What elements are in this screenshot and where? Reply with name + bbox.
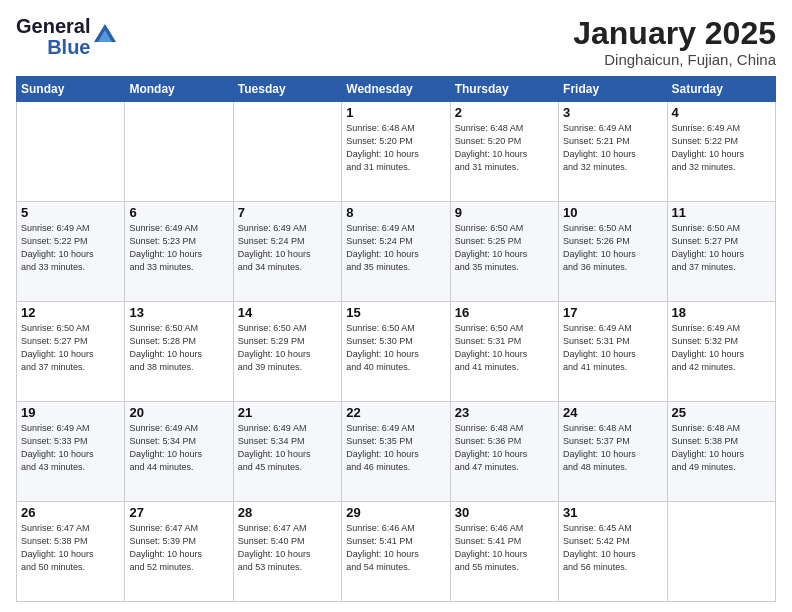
day-info: Sunrise: 6:50 AM Sunset: 5:27 PM Dayligh… — [21, 322, 120, 374]
week-row-3: 12Sunrise: 6:50 AM Sunset: 5:27 PM Dayli… — [17, 302, 776, 402]
day-cell: 1Sunrise: 6:48 AM Sunset: 5:20 PM Daylig… — [342, 102, 450, 202]
day-number: 21 — [238, 405, 337, 420]
col-header-saturday: Saturday — [667, 77, 775, 102]
day-info: Sunrise: 6:46 AM Sunset: 5:41 PM Dayligh… — [455, 522, 554, 574]
day-number: 12 — [21, 305, 120, 320]
week-row-5: 26Sunrise: 6:47 AM Sunset: 5:38 PM Dayli… — [17, 502, 776, 602]
day-info: Sunrise: 6:49 AM Sunset: 5:35 PM Dayligh… — [346, 422, 445, 474]
week-row-1: 1Sunrise: 6:48 AM Sunset: 5:20 PM Daylig… — [17, 102, 776, 202]
day-cell: 27Sunrise: 6:47 AM Sunset: 5:39 PM Dayli… — [125, 502, 233, 602]
day-cell: 25Sunrise: 6:48 AM Sunset: 5:38 PM Dayli… — [667, 402, 775, 502]
logo: General Blue — [16, 16, 116, 58]
logo-name2: Blue — [47, 37, 90, 58]
calendar-body: 1Sunrise: 6:48 AM Sunset: 5:20 PM Daylig… — [17, 102, 776, 602]
day-cell: 30Sunrise: 6:46 AM Sunset: 5:41 PM Dayli… — [450, 502, 558, 602]
day-info: Sunrise: 6:46 AM Sunset: 5:41 PM Dayligh… — [346, 522, 445, 574]
day-number: 8 — [346, 205, 445, 220]
day-info: Sunrise: 6:49 AM Sunset: 5:23 PM Dayligh… — [129, 222, 228, 274]
day-info: Sunrise: 6:49 AM Sunset: 5:33 PM Dayligh… — [21, 422, 120, 474]
day-number: 30 — [455, 505, 554, 520]
day-cell: 11Sunrise: 6:50 AM Sunset: 5:27 PM Dayli… — [667, 202, 775, 302]
day-number: 31 — [563, 505, 662, 520]
day-number: 7 — [238, 205, 337, 220]
day-info: Sunrise: 6:49 AM Sunset: 5:24 PM Dayligh… — [238, 222, 337, 274]
day-cell: 8Sunrise: 6:49 AM Sunset: 5:24 PM Daylig… — [342, 202, 450, 302]
day-cell: 6Sunrise: 6:49 AM Sunset: 5:23 PM Daylig… — [125, 202, 233, 302]
day-cell — [125, 102, 233, 202]
day-info: Sunrise: 6:50 AM Sunset: 5:28 PM Dayligh… — [129, 322, 228, 374]
day-cell: 22Sunrise: 6:49 AM Sunset: 5:35 PM Dayli… — [342, 402, 450, 502]
day-cell: 5Sunrise: 6:49 AM Sunset: 5:22 PM Daylig… — [17, 202, 125, 302]
day-cell: 31Sunrise: 6:45 AM Sunset: 5:42 PM Dayli… — [559, 502, 667, 602]
day-number: 15 — [346, 305, 445, 320]
day-info: Sunrise: 6:48 AM Sunset: 5:37 PM Dayligh… — [563, 422, 662, 474]
day-info: Sunrise: 6:45 AM Sunset: 5:42 PM Dayligh… — [563, 522, 662, 574]
day-number: 10 — [563, 205, 662, 220]
day-info: Sunrise: 6:49 AM Sunset: 5:22 PM Dayligh… — [672, 122, 771, 174]
day-number: 25 — [672, 405, 771, 420]
day-info: Sunrise: 6:49 AM Sunset: 5:31 PM Dayligh… — [563, 322, 662, 374]
day-cell: 19Sunrise: 6:49 AM Sunset: 5:33 PM Dayli… — [17, 402, 125, 502]
col-header-friday: Friday — [559, 77, 667, 102]
day-cell: 15Sunrise: 6:50 AM Sunset: 5:30 PM Dayli… — [342, 302, 450, 402]
day-number: 5 — [21, 205, 120, 220]
day-info: Sunrise: 6:50 AM Sunset: 5:26 PM Dayligh… — [563, 222, 662, 274]
day-cell: 20Sunrise: 6:49 AM Sunset: 5:34 PM Dayli… — [125, 402, 233, 502]
day-info: Sunrise: 6:49 AM Sunset: 5:32 PM Dayligh… — [672, 322, 771, 374]
day-number: 4 — [672, 105, 771, 120]
day-cell: 4Sunrise: 6:49 AM Sunset: 5:22 PM Daylig… — [667, 102, 775, 202]
day-info: Sunrise: 6:48 AM Sunset: 5:20 PM Dayligh… — [455, 122, 554, 174]
day-number: 11 — [672, 205, 771, 220]
day-info: Sunrise: 6:49 AM Sunset: 5:21 PM Dayligh… — [563, 122, 662, 174]
day-info: Sunrise: 6:50 AM Sunset: 5:30 PM Dayligh… — [346, 322, 445, 374]
day-info: Sunrise: 6:48 AM Sunset: 5:20 PM Dayligh… — [346, 122, 445, 174]
calendar-subtitle: Dinghaicun, Fujian, China — [573, 51, 776, 68]
day-number: 3 — [563, 105, 662, 120]
day-number: 1 — [346, 105, 445, 120]
day-info: Sunrise: 6:47 AM Sunset: 5:39 PM Dayligh… — [129, 522, 228, 574]
col-header-tuesday: Tuesday — [233, 77, 341, 102]
day-info: Sunrise: 6:47 AM Sunset: 5:40 PM Dayligh… — [238, 522, 337, 574]
calendar-page: General Blue January 2025 Dinghaicun, Fu… — [0, 0, 792, 612]
day-cell: 17Sunrise: 6:49 AM Sunset: 5:31 PM Dayli… — [559, 302, 667, 402]
day-number: 24 — [563, 405, 662, 420]
day-number: 22 — [346, 405, 445, 420]
day-cell: 7Sunrise: 6:49 AM Sunset: 5:24 PM Daylig… — [233, 202, 341, 302]
day-number: 14 — [238, 305, 337, 320]
day-info: Sunrise: 6:50 AM Sunset: 5:25 PM Dayligh… — [455, 222, 554, 274]
day-cell: 10Sunrise: 6:50 AM Sunset: 5:26 PM Dayli… — [559, 202, 667, 302]
day-number: 17 — [563, 305, 662, 320]
day-cell: 13Sunrise: 6:50 AM Sunset: 5:28 PM Dayli… — [125, 302, 233, 402]
day-cell — [667, 502, 775, 602]
day-cell: 29Sunrise: 6:46 AM Sunset: 5:41 PM Dayli… — [342, 502, 450, 602]
day-cell: 9Sunrise: 6:50 AM Sunset: 5:25 PM Daylig… — [450, 202, 558, 302]
day-number: 20 — [129, 405, 228, 420]
day-number: 16 — [455, 305, 554, 320]
col-header-monday: Monday — [125, 77, 233, 102]
day-number: 28 — [238, 505, 337, 520]
day-info: Sunrise: 6:48 AM Sunset: 5:38 PM Dayligh… — [672, 422, 771, 474]
col-header-wednesday: Wednesday — [342, 77, 450, 102]
logo-name: General — [16, 16, 90, 37]
day-cell — [17, 102, 125, 202]
day-cell: 12Sunrise: 6:50 AM Sunset: 5:27 PM Dayli… — [17, 302, 125, 402]
calendar-header-row: SundayMondayTuesdayWednesdayThursdayFrid… — [17, 77, 776, 102]
week-row-2: 5Sunrise: 6:49 AM Sunset: 5:22 PM Daylig… — [17, 202, 776, 302]
day-number: 27 — [129, 505, 228, 520]
title-block: January 2025 Dinghaicun, Fujian, China — [573, 16, 776, 68]
day-info: Sunrise: 6:48 AM Sunset: 5:36 PM Dayligh… — [455, 422, 554, 474]
day-number: 26 — [21, 505, 120, 520]
day-info: Sunrise: 6:50 AM Sunset: 5:29 PM Dayligh… — [238, 322, 337, 374]
day-number: 29 — [346, 505, 445, 520]
day-cell: 24Sunrise: 6:48 AM Sunset: 5:37 PM Dayli… — [559, 402, 667, 502]
day-number: 2 — [455, 105, 554, 120]
day-cell: 26Sunrise: 6:47 AM Sunset: 5:38 PM Dayli… — [17, 502, 125, 602]
day-cell — [233, 102, 341, 202]
logo-icon — [94, 24, 116, 46]
header: General Blue January 2025 Dinghaicun, Fu… — [16, 16, 776, 68]
day-cell: 2Sunrise: 6:48 AM Sunset: 5:20 PM Daylig… — [450, 102, 558, 202]
day-info: Sunrise: 6:50 AM Sunset: 5:27 PM Dayligh… — [672, 222, 771, 274]
day-info: Sunrise: 6:49 AM Sunset: 5:24 PM Dayligh… — [346, 222, 445, 274]
day-number: 19 — [21, 405, 120, 420]
day-number: 9 — [455, 205, 554, 220]
